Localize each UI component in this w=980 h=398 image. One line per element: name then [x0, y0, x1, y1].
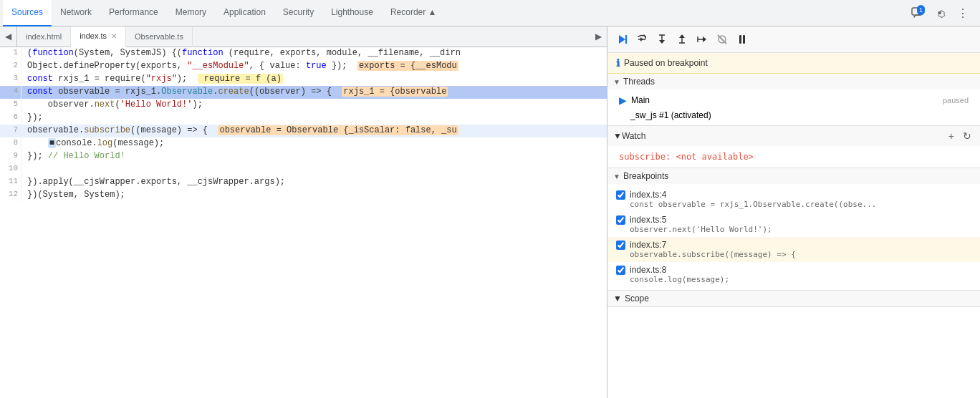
step-out-button[interactable]: [673, 31, 691, 48]
code-line-4: 4 const observable = rxjs_1.Observable.c…: [0, 86, 607, 99]
main-tab-bar: Sources Network Performance Memory Appli…: [0, 0, 980, 26]
breakpoints-section: ▼ Breakpoints index.ts:4 const observabl…: [607, 168, 980, 291]
bp-checkbox-1[interactable]: [616, 215, 625, 225]
scope-header[interactable]: ▼ Scope: [607, 291, 980, 306]
svg-marker-12: [703, 37, 706, 42]
svg-marker-4: [640, 37, 643, 42]
paused-banner: ℹ Paused on breakpoint: [607, 53, 980, 74]
bp-content-1: index.ts:5 observer.next('Hello World!')…: [630, 215, 971, 234]
bp-file-1: index.ts:5: [630, 215, 971, 225]
tab-security[interactable]: Security: [274, 0, 322, 26]
step-into-button[interactable]: [653, 31, 671, 48]
step-over-button[interactable]: [633, 31, 650, 48]
svg-rect-2: [625, 35, 627, 44]
tab-network[interactable]: Network: [52, 0, 100, 26]
triangle-icon: ▼: [613, 78, 620, 86]
pause-on-exception-button[interactable]: [734, 31, 751, 48]
tab-lighthouse[interactable]: Lighthouse: [322, 0, 382, 26]
triangle-icon: ▼: [613, 173, 620, 180]
step-button[interactable]: [693, 31, 711, 48]
debug-sections: ▼ Threads ▶ Main paused _sw_js #1 (activ…: [607, 74, 980, 398]
breakpoints-content: index.ts:4 const observable = rxjs_1.Obs…: [607, 184, 980, 290]
add-watch-button[interactable]: +: [946, 129, 957, 143]
bp-file-3: index.ts:8: [630, 265, 971, 275]
breakpoint-0: index.ts:4 const observable = rxjs_1.Obs…: [607, 187, 980, 212]
threads-header[interactable]: ▼ Threads: [607, 74, 980, 89]
svg-marker-1: [619, 35, 625, 44]
tab-bar-actions: 1 ⋮: [903, 4, 977, 21]
tab-nav-left[interactable]: ◀: [0, 26, 17, 47]
watch-header[interactable]: ▼ Watch + ↻: [607, 126, 980, 146]
bp-code-0: const observable = rxjs_1.Observable.cre…: [630, 200, 902, 209]
editor-tab-index-ts[interactable]: index.ts ✕: [71, 26, 126, 47]
chat-badge: 1: [917, 5, 925, 15]
breakpoint-2: index.ts:7 observable.subscribe((message…: [607, 237, 980, 262]
thread-main-label: Main: [631, 95, 938, 105]
bp-code-1: observer.next('Hello World!');: [630, 225, 902, 234]
editor-tab-index-html[interactable]: index.html: [17, 26, 71, 47]
more-button[interactable]: ⋮: [954, 4, 971, 21]
debug-toolbar: [607, 26, 980, 53]
debug-panel: ℹ Paused on breakpoint ▼ Threads ▶ Main …: [607, 26, 980, 398]
threads-content: ▶ Main paused _sw_js #1 (activated): [607, 89, 980, 125]
breakpoint-3: index.ts:8 console.log(message);: [607, 262, 980, 287]
svg-rect-16: [739, 35, 741, 44]
tab-recorder[interactable]: Recorder ▲: [382, 0, 446, 26]
watch-entry-0: subscribe: <not available>: [607, 149, 980, 165]
bp-code-3: console.log(message);: [630, 275, 902, 284]
triangle-icon: ▼: [613, 131, 622, 141]
tab-sources[interactable]: Sources: [3, 0, 52, 26]
threads-section: ▼ Threads ▶ Main paused _sw_js #1 (activ…: [607, 74, 980, 126]
triangle-icon: ▼: [613, 293, 622, 304]
editor-panel: ◀ index.html index.ts ✕ Observable.ts ▶ …: [0, 26, 607, 398]
deactivate-button[interactable]: [714, 31, 731, 48]
bp-checkbox-2[interactable]: [616, 241, 625, 250]
chat-button[interactable]: 1: [908, 4, 926, 21]
tab-application[interactable]: Application: [215, 0, 274, 26]
thread-main: ▶ Main paused: [607, 92, 980, 108]
info-icon: ℹ: [616, 57, 620, 69]
bp-file-0: index.ts:4: [630, 190, 971, 200]
code-line-10: 10: [0, 163, 607, 176]
editor-tabs: ◀ index.html index.ts ✕ Observable.ts ▶: [0, 26, 607, 47]
bp-file-2: index.ts:7: [630, 240, 971, 250]
code-line-12: 12 })(System, System);: [0, 189, 607, 202]
svg-marker-6: [659, 40, 665, 44]
tab-nav-right[interactable]: ▶: [590, 26, 607, 47]
thread-sw: _sw_js #1 (activated): [607, 108, 980, 122]
code-line-3: 3 const rxjs_1 = require("rxjs"); requir…: [0, 73, 607, 86]
editor-tab-observable-ts[interactable]: Observable.ts: [126, 26, 193, 47]
threads-title: Threads: [623, 77, 655, 87]
watch-section: ▼ Watch + ↻ subscribe: <not available>: [607, 126, 980, 168]
watch-content: subscribe: <not available>: [607, 146, 980, 168]
settings-button[interactable]: [931, 4, 948, 21]
bp-checkbox-0[interactable]: [616, 190, 625, 200]
bp-content-3: index.ts:8 console.log(message);: [630, 265, 971, 284]
tab-label: Observable.ts: [135, 32, 183, 41]
watch-title: Watch: [622, 131, 946, 141]
svg-rect-17: [743, 35, 745, 44]
breakpoints-title: Breakpoints: [623, 171, 668, 181]
breakpoint-1: index.ts:5 observer.next('Hello World!')…: [607, 212, 980, 237]
tab-label: index.html: [26, 32, 62, 41]
code-line-6: 6 });: [0, 112, 607, 125]
refresh-watch-button[interactable]: ↻: [960, 129, 974, 143]
bp-content-0: index.ts:4 const observable = rxjs_1.Obs…: [630, 190, 971, 209]
thread-main-status: paused: [943, 96, 969, 105]
code-line-7: 7 observable.subscribe((message) => { ob…: [0, 125, 607, 137]
code-line-5: 5 observer.next('Hello World!');: [0, 99, 607, 112]
main-container: ◀ index.html index.ts ✕ Observable.ts ▶ …: [0, 26, 980, 398]
svg-marker-9: [679, 34, 685, 38]
thread-sw-label: _sw_js #1 (activated): [630, 110, 711, 120]
resume-button[interactable]: [613, 31, 630, 48]
tab-memory[interactable]: Memory: [167, 0, 215, 26]
tab-label: index.ts: [80, 31, 107, 40]
paused-text: Paused on breakpoint: [624, 58, 708, 68]
code-line-8: 8 ■console.log(message);: [0, 137, 607, 150]
tab-performance[interactable]: Performance: [100, 0, 167, 26]
bp-content-2: index.ts:7 observable.subscribe((message…: [630, 240, 971, 259]
tab-close-icon[interactable]: ✕: [111, 32, 117, 40]
bp-checkbox-3[interactable]: [616, 266, 625, 275]
breakpoints-header[interactable]: ▼ Breakpoints: [607, 168, 980, 184]
code-editor[interactable]: 1 (function(System, SystemJS) {(function…: [0, 47, 607, 398]
